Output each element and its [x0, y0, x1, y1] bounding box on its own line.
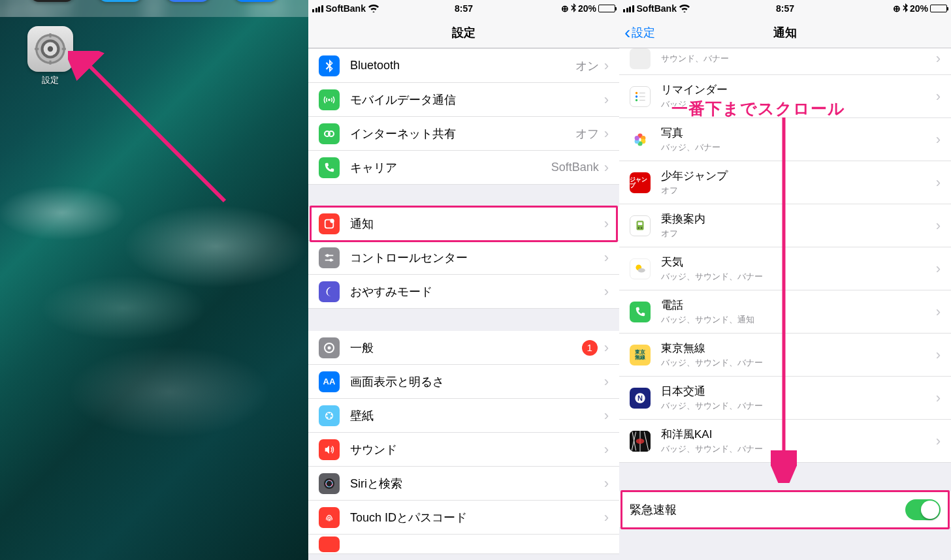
list-item-phone[interactable]: 電話 バッジ、サウンド、通知 ›	[619, 290, 951, 334]
row-value: オフ	[575, 126, 599, 142]
svg-point-42	[327, 416, 328, 418]
siri-icon	[319, 473, 340, 494]
row-label: 画面表示と明るさ	[350, 374, 604, 390]
list-item-tokyo[interactable]: 東京無線 東京無線 バッジ、サウンド、バナー ›	[619, 334, 951, 377]
settings-app-label: 設定	[27, 74, 73, 86]
svg-rect-6	[49, 61, 51, 65]
back-button[interactable]: ‹ 設定	[624, 23, 655, 42]
row-label: Bluetooth	[350, 59, 575, 72]
battery-icon	[598, 5, 615, 12]
row-value: オン	[575, 58, 599, 74]
toggle-switch[interactable]	[905, 499, 941, 520]
carrier-label: SoftBank	[637, 3, 677, 14]
chevron-left-icon: ‹	[624, 23, 630, 42]
row-emergency-alerts[interactable]: 緊急速報	[619, 491, 951, 528]
row-sounds[interactable]: サウンド ›	[308, 433, 619, 467]
row-subtitle: バッジ、サウンド、バナー	[661, 443, 931, 455]
cellular-signal-icon	[312, 5, 323, 12]
wallpaper-icon	[319, 405, 340, 426]
row-label: Touch IDとパスコード	[350, 510, 604, 525]
row-truncated[interactable]	[308, 535, 619, 554]
svg-point-49	[636, 99, 637, 101]
svg-rect-60	[638, 222, 643, 225]
row-subtitle: バッジ、バナー	[661, 142, 931, 153]
chevron-right-icon: ›	[936, 174, 941, 191]
weather-icon	[630, 258, 651, 279]
battery-percent: 20%	[910, 3, 928, 14]
sos-icon	[319, 537, 340, 552]
row-touchid[interactable]: Touch IDとパスコード ›	[308, 501, 619, 535]
hotspot-icon	[319, 123, 340, 144]
dock-app-twitter[interactable]	[97, 0, 144, 2]
row-label: 一般	[350, 340, 582, 356]
chevron-right-icon: ›	[604, 339, 609, 356]
row-label: サウンド	[350, 442, 604, 458]
page-title: 通知	[773, 25, 797, 40]
chevron-right-icon: ›	[604, 475, 609, 492]
notifications-screen: SoftBank 8:57 ⊕ 20% ‹ 設定 通知 サウンド、バナー › リ…	[619, 0, 951, 560]
clock: 8:57	[455, 3, 473, 14]
row-carrier[interactable]: キャリア SoftBank ›	[308, 151, 619, 185]
row-cellular[interactable]: モバイルデータ通信 ›	[308, 83, 619, 117]
svg-rect-59	[637, 221, 644, 230]
row-label: おやすみモード	[350, 284, 604, 300]
n-icon: N	[630, 388, 651, 409]
gear-icon	[319, 337, 340, 358]
settings-app-icon[interactable]: 設定	[27, 26, 73, 86]
phone-icon	[630, 302, 651, 322]
svg-point-35	[329, 258, 332, 262]
fingerprint-icon	[319, 507, 340, 528]
svg-point-31	[330, 219, 334, 223]
list-item-photos[interactable]: 写真 バッジ、バナー ›	[619, 118, 951, 161]
chevron-right-icon: ›	[936, 390, 941, 407]
row-title: 乗換案内	[661, 211, 931, 226]
row-general[interactable]: 一般 1 ›	[308, 331, 619, 365]
row-subtitle: バッジ、サウンド、通知	[661, 314, 931, 326]
gear-icon	[33, 32, 67, 66]
row-subtitle: オフ	[661, 228, 931, 240]
list-item[interactable]: サウンド、バナー ›	[619, 48, 951, 75]
display-icon: AA	[319, 371, 340, 392]
chevron-right-icon: ›	[604, 57, 609, 74]
row-hotspot[interactable]: インターネット共有 オフ ›	[308, 117, 619, 151]
dock-app-3[interactable]	[165, 0, 212, 2]
app-icon	[630, 48, 651, 69]
row-bluetooth[interactable]: Bluetooth オン ›	[308, 49, 619, 83]
navbar: 設定	[308, 17, 619, 48]
row-siri[interactable]: Siriと検索 ›	[308, 467, 619, 501]
list-item-nihon[interactable]: N 日本交通 バッジ、サウンド、バナー ›	[619, 377, 951, 420]
svg-point-34	[326, 254, 329, 257]
photos-icon	[630, 129, 651, 150]
list-item-reminders[interactable]: リマインダー バッジ ›	[619, 75, 951, 118]
chevron-right-icon: ›	[604, 509, 609, 526]
list-item-norikae[interactable]: 乗換案内 オフ ›	[619, 204, 951, 247]
svg-text:N: N	[637, 394, 643, 402]
chevron-right-icon: ›	[604, 373, 609, 390]
dock-app-appstore[interactable]: 9	[233, 0, 280, 2]
bluetooth-icon	[319, 55, 340, 76]
dock: 9	[0, 0, 308, 17]
list-item-weather[interactable]: 天気 バッジ、サウンド、バナー ›	[619, 247, 951, 290]
row-title: リマインダー	[661, 82, 931, 97]
svg-rect-7	[35, 48, 39, 50]
row-dnd[interactable]: おやすみモード ›	[308, 275, 619, 309]
chevron-right-icon: ›	[604, 249, 609, 266]
chevron-right-icon: ›	[936, 50, 941, 67]
dock-app-1[interactable]	[29, 0, 76, 2]
chevron-right-icon: ›	[936, 303, 941, 320]
list-item-jump[interactable]: ジャンプ 少年ジャンプ オフ ›	[619, 161, 951, 204]
row-wallpaper[interactable]: 壁紙 ›	[308, 399, 619, 433]
svg-point-4	[48, 46, 53, 52]
badge: 1	[582, 340, 598, 356]
row-title: 東京無線	[661, 341, 931, 356]
row-value: SoftBank	[551, 161, 599, 174]
row-display[interactable]: AA 画面表示と明るさ ›	[308, 365, 619, 399]
home-screen: SoftBank 8:57 ⊕ 20%	[0, 0, 308, 560]
row-notifications[interactable]: 通知 ›	[308, 207, 619, 241]
chevron-right-icon: ›	[604, 441, 609, 458]
list-item-kai[interactable]: 和洋風KAI バッジ、サウンド、バナー ›	[619, 420, 951, 463]
wifi-icon	[368, 3, 379, 14]
row-control-center[interactable]: コントロールセンター ›	[308, 241, 619, 275]
row-label: キャリア	[350, 160, 551, 176]
settings-screen: SoftBank 8:57 ⊕ 20% 設定 Bluetooth オン › モバ…	[308, 0, 619, 560]
